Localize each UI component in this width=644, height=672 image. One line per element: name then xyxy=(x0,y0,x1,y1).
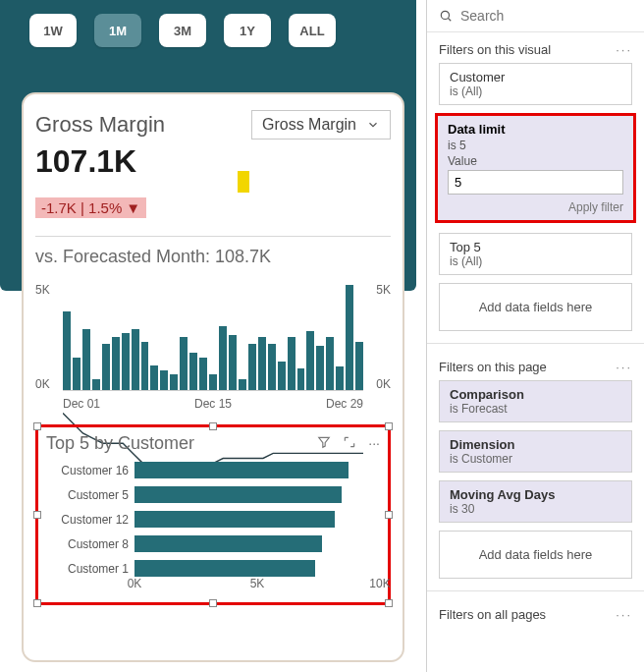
filter-data-limit-highlighted[interactable]: Data limit is 5 Value Apply filter xyxy=(435,113,636,223)
chart-bar xyxy=(63,311,71,390)
chart-bar xyxy=(141,342,149,390)
top5-bar xyxy=(134,511,335,528)
chart-bar xyxy=(297,368,305,390)
section-visual-more-icon[interactable]: ··· xyxy=(616,42,632,57)
chart-bar xyxy=(82,329,90,390)
top5-row: Customer 8 xyxy=(46,535,380,552)
highlight-marker xyxy=(238,171,249,193)
top5-visual-selected[interactable]: Top 5 by Customer ··· Customer 16Custome… xyxy=(35,424,391,605)
dropdown-label: Gross Margin xyxy=(262,116,356,134)
chart-bar xyxy=(189,353,197,390)
data-limit-input[interactable] xyxy=(448,170,623,195)
chart-bar xyxy=(180,337,188,391)
chart-bar xyxy=(229,335,237,390)
top5-label: Customer 12 xyxy=(46,513,129,527)
filter-top5[interactable]: Top 5 is (All) xyxy=(439,233,632,275)
top5-bar xyxy=(134,462,349,478)
chevron-down-icon xyxy=(366,118,380,132)
chart-bar xyxy=(209,374,217,390)
hbar-xtick-2: 10K xyxy=(369,577,390,590)
chart-bar xyxy=(170,374,178,390)
measure-dropdown[interactable]: Gross Margin xyxy=(251,110,391,140)
add-fields-visual[interactable]: Add data fields here xyxy=(439,283,632,331)
apply-filter-link[interactable]: Apply filter xyxy=(448,200,623,214)
filter-customer[interactable]: Customer is (All) xyxy=(439,63,632,105)
focus-mode-icon[interactable] xyxy=(343,435,356,452)
chart-bar xyxy=(258,337,266,391)
filter-comparison[interactable]: Comparison is Forecast xyxy=(439,380,632,422)
filter-dimension[interactable]: Dimension is Customer xyxy=(439,430,632,473)
kpi-card: Gross Margin Gross Margin 107.1K -1.7K |… xyxy=(22,92,404,662)
top5-label: Customer 16 xyxy=(46,464,129,477)
top5-bar xyxy=(134,486,342,503)
top5-label: Customer 1 xyxy=(46,562,129,576)
section-allpages-more-icon[interactable]: ··· xyxy=(616,607,632,622)
chart-bar xyxy=(278,362,286,390)
time-1w-button[interactable]: 1W xyxy=(29,14,77,47)
daily-column-chart[interactable]: 5K 0K 5K 0K Dec 01 Dec 15 Dec 29 xyxy=(35,283,391,411)
chart-bar xyxy=(73,358,80,390)
filter-icon[interactable] xyxy=(317,435,331,452)
top5-bar xyxy=(134,535,322,552)
hbar-xtick-0: 0K xyxy=(128,577,142,590)
kpi-value: 107.1K xyxy=(35,143,391,180)
chart-bar xyxy=(150,365,158,390)
section-visual: Filters on this visual xyxy=(439,42,551,57)
y-tick-left-bot: 0K xyxy=(35,377,50,391)
y-tick-right-top: 5K xyxy=(376,283,391,297)
chart-bar xyxy=(219,326,227,390)
chart-bar xyxy=(268,344,276,390)
y-tick-right-bot: 0K xyxy=(376,377,391,391)
top5-row: Customer 1 xyxy=(46,560,380,577)
search-icon xyxy=(439,8,453,24)
filter-moving-avg[interactable]: Moving Avg Days is 30 xyxy=(439,480,632,523)
search-row xyxy=(427,0,644,32)
chart-bar xyxy=(248,344,256,390)
search-input[interactable] xyxy=(460,8,632,24)
y-tick-left-top: 5K xyxy=(35,283,50,297)
forecast-text: vs. Forecasted Month: 108.7K xyxy=(35,247,391,267)
time-3m-button[interactable]: 3M xyxy=(159,14,206,47)
section-allpages: Filters on all pages xyxy=(439,607,546,622)
chart-bar xyxy=(102,344,110,390)
top5-title: Top 5 by Customer xyxy=(46,433,194,454)
section-page-more-icon[interactable]: ··· xyxy=(616,360,632,374)
x-tick-2: Dec 29 xyxy=(326,397,363,411)
kpi-delta: -1.7K | 1.5% ▼ xyxy=(35,197,146,218)
chart-bar xyxy=(288,337,295,391)
x-tick-0: Dec 01 xyxy=(63,397,100,411)
chart-bar xyxy=(316,346,324,390)
add-fields-page[interactable]: Add data fields here xyxy=(439,531,632,579)
chart-bar xyxy=(326,337,334,391)
time-1m-button[interactable]: 1M xyxy=(94,14,141,47)
chart-bar xyxy=(112,337,120,391)
hbar-xtick-1: 5K xyxy=(250,577,265,590)
triangle-down-icon: ▼ xyxy=(126,199,140,216)
chart-bar xyxy=(239,379,246,390)
chart-bar xyxy=(160,370,168,390)
top5-row: Customer 5 xyxy=(46,486,380,503)
top5-row: Customer 16 xyxy=(46,462,380,478)
time-range-row: 1W 1M 3M 1Y ALL xyxy=(29,14,336,47)
top5-label: Customer 8 xyxy=(46,537,129,551)
card-title: Gross Margin xyxy=(35,112,165,138)
time-all-button[interactable]: ALL xyxy=(289,14,336,47)
svg-point-0 xyxy=(441,11,449,19)
chart-bar xyxy=(199,358,207,390)
filters-pane: Filters on this visual ··· Customer is (… xyxy=(426,0,644,672)
section-page: Filters on this page xyxy=(439,360,547,374)
chart-bar xyxy=(355,342,363,390)
chart-bar xyxy=(122,333,130,390)
top5-bar xyxy=(134,560,315,577)
chart-bar xyxy=(336,366,344,390)
top5-label: Customer 5 xyxy=(46,488,129,502)
chart-bar xyxy=(306,331,314,390)
more-options-icon[interactable]: ··· xyxy=(368,435,380,452)
time-1y-button[interactable]: 1Y xyxy=(224,14,271,47)
x-tick-1: Dec 15 xyxy=(194,397,232,411)
chart-bar xyxy=(92,379,100,390)
top5-row: Customer 12 xyxy=(46,511,380,528)
chart-bar xyxy=(132,329,139,390)
chart-bar xyxy=(346,285,353,390)
